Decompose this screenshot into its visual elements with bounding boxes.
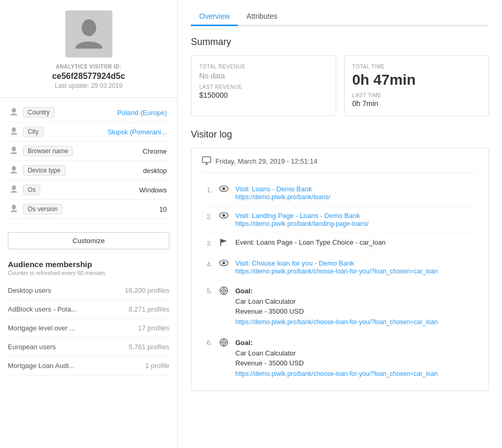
log-goal-link-5[interactable]: https://demo.piwik.pro/bank/choose-loan-… xyxy=(235,370,438,377)
log-url-1[interactable]: https://demo.piwik.pro/bank/landing-page… xyxy=(235,220,369,227)
eye-icon xyxy=(219,185,229,194)
audience-name-4: Mortgage Loan Audi... xyxy=(8,362,74,370)
svg-point-11 xyxy=(222,187,225,190)
audience-count-4: 1 profile xyxy=(145,362,169,370)
log-date-header: Friday, March 29, 2019 - 12:51:14 xyxy=(202,156,478,173)
avatar-section: ANALYTICS VISITOR ID: ce56f28577924d5c L… xyxy=(0,0,177,98)
log-icon-0 xyxy=(218,185,230,194)
svg-rect-7 xyxy=(202,157,211,163)
svg-point-17 xyxy=(222,261,225,264)
svg-point-13 xyxy=(222,214,225,216)
log-goal-text-4: Goal: Car Loan Calculator Revenue - 3500… xyxy=(235,286,478,327)
audience-name-1: AdBlock users - Pola... xyxy=(8,305,77,313)
person-icon xyxy=(10,204,20,214)
card-top-label-0: TOTAL REVENUE xyxy=(199,64,328,70)
log-goal-text-5: Goal: Car Loan Calculator Revenue - 3500… xyxy=(235,338,478,378)
attr-row-device-type: Device type desktop xyxy=(8,161,169,180)
attr-label-3[interactable]: Device type xyxy=(23,165,65,176)
eye-icon xyxy=(219,212,229,221)
log-content-3: Visit: Choose loan for you - Demo Bank h… xyxy=(235,259,478,275)
svg-point-0 xyxy=(82,19,96,36)
log-title-link-0[interactable]: Visit: Loans - Demo Bank xyxy=(235,185,312,193)
log-separator-2 xyxy=(202,254,478,254)
attr-label-5[interactable]: Os version xyxy=(23,204,62,214)
audience-section: Audience membership Counter is refreshed… xyxy=(0,249,177,381)
log-url-3[interactable]: https://demo.piwik.pro/bank/choose-loan-… xyxy=(235,268,438,275)
svg-point-1 xyxy=(12,108,16,113)
log-item-5: 6. Goal: Car Loan Calculator Revenue - 3… xyxy=(202,334,478,383)
svg-marker-14 xyxy=(221,239,227,243)
audience-row-1: AdBlock users - Pola... 8,271 profiles xyxy=(8,300,169,319)
log-item-2: 3. Event: Loans Page - Loan Type Choice … xyxy=(202,234,478,252)
card-top-label-1: TOTAL TIME xyxy=(352,64,481,70)
card-bottom-label-0: LAST REVENUE xyxy=(199,84,328,90)
customize-button[interactable]: Customize xyxy=(8,232,169,249)
attributes-section: Country Poland (Europe) City Słupsk (Pom… xyxy=(0,98,177,224)
svg-point-2 xyxy=(12,128,16,132)
log-date-text: Friday, March 29, 2019 - 12:51:14 xyxy=(215,157,317,165)
audience-row-0: Desktop users 16,200 profiles xyxy=(8,281,169,300)
log-item-4: 5. Goal: Car Loan Calculator Revenue - 3… xyxy=(202,282,478,331)
attr-label-2[interactable]: Browser name xyxy=(23,146,73,156)
attr-label-4[interactable]: Os xyxy=(23,185,40,195)
svg-point-20 xyxy=(223,290,225,292)
card-no-data-0: No data xyxy=(199,72,328,80)
attr-row-os-version: Os version 10 xyxy=(8,200,169,219)
eye-icon xyxy=(219,259,229,268)
audience-name-2: Mortgage level over ... xyxy=(8,324,75,332)
audience-name-3: European users xyxy=(8,343,56,351)
target-icon xyxy=(219,340,229,349)
person-icon xyxy=(10,108,20,117)
monitor-icon xyxy=(202,156,211,166)
log-icon-5 xyxy=(218,338,230,349)
attr-value-0: Poland (Europe) xyxy=(117,109,167,117)
log-goal-link-4[interactable]: https://demo.piwik.pro/bank/choose-loan-… xyxy=(235,318,438,326)
log-content-2: Event: Loans Page - Loan Type Choice - c… xyxy=(235,238,478,246)
attr-label-1[interactable]: City xyxy=(23,127,43,137)
person-icon xyxy=(10,146,20,156)
log-title-link-3[interactable]: Visit: Choose loan for you - Demo Bank xyxy=(235,259,354,267)
svg-point-6 xyxy=(12,205,16,210)
svg-point-27 xyxy=(223,342,225,343)
log-icon-4 xyxy=(218,286,230,297)
log-content-0: Visit: Loans - Demo Bank https://demo.pi… xyxy=(235,185,478,201)
svg-point-4 xyxy=(12,166,16,171)
svg-point-3 xyxy=(12,147,16,152)
log-separator-4 xyxy=(202,332,478,332)
log-num-3: 4. xyxy=(202,259,212,268)
attr-value-2: Chrome xyxy=(143,147,167,155)
attr-value-5: 10 xyxy=(159,205,167,213)
attr-row-browser-name: Browser name Chrome xyxy=(8,142,169,161)
attr-value-4: Windows xyxy=(139,186,167,194)
tab-attributes[interactable]: Attributes xyxy=(238,8,286,26)
left-panel: ANALYTICS VISITOR ID: ce56f28577924d5c L… xyxy=(0,0,178,448)
log-content-5: Goal: Car Loan Calculator Revenue - 3500… xyxy=(235,338,478,378)
right-panel: OverviewAttributes Summary TOTAL REVENUE… xyxy=(178,0,502,448)
target-icon xyxy=(219,288,229,297)
attr-label-0[interactable]: Country xyxy=(23,107,54,118)
last-update-text: Last update: 29.03.2019 xyxy=(55,82,122,89)
person-icon xyxy=(10,185,20,194)
audience-row-3: European users 5,761 profiles xyxy=(8,338,169,357)
log-container: Friday, March 29, 2019 - 12:51:14 1. Vis… xyxy=(191,148,489,391)
summary-title: Summary xyxy=(191,37,489,48)
tab-overview[interactable]: Overview xyxy=(191,8,238,26)
attr-value-1: Słupsk (Pomerani... xyxy=(108,128,167,136)
monitor-svg xyxy=(202,156,211,165)
audience-title: Audience membership xyxy=(8,260,169,269)
person-icon xyxy=(10,166,20,175)
log-url-0[interactable]: https://demo.piwik.pro/bank/loans/ xyxy=(235,193,330,201)
card-bottom-value-1: 0h 7min xyxy=(352,99,481,108)
analytics-visitor-id-label: ANALYTICS VISITOR ID: xyxy=(56,64,122,70)
log-title-link-1[interactable]: Visit: Landing Page - Loans - Demo Bank xyxy=(235,212,360,220)
log-separator-0 xyxy=(202,206,478,206)
log-icon-1 xyxy=(218,212,230,221)
person-icon xyxy=(10,127,20,136)
audience-count-2: 17 profiles xyxy=(138,324,169,332)
log-num-5: 6. xyxy=(202,338,212,347)
audience-count-3: 5,761 profiles xyxy=(129,343,169,351)
tabs-bar: OverviewAttributes xyxy=(191,8,489,26)
visitor-log-title: Visitor log xyxy=(191,129,489,140)
card-bottom-value-0: $150000 xyxy=(199,91,328,99)
audience-row-2: Mortgage level over ... 17 profiles xyxy=(8,319,169,338)
